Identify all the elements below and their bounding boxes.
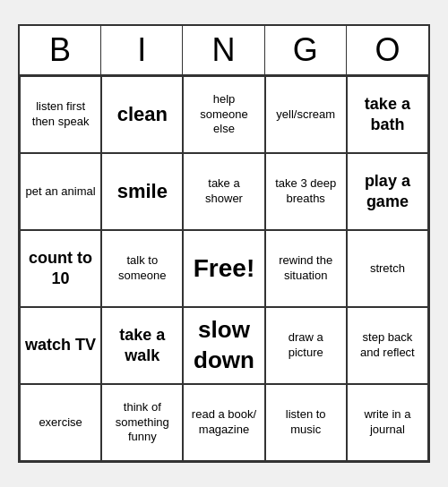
bingo-cell: rewind the situation [265,230,347,307]
bingo-cell: watch TV [20,307,101,384]
bingo-cell: play a game [347,153,428,230]
header-letter: O [347,26,428,74]
bingo-cell: Free! [183,230,264,307]
bingo-cell: take a walk [101,307,183,384]
bingo-card: BINGO listen first then speakcleanhelp s… [18,24,430,463]
bingo-header: BINGO [20,26,428,76]
bingo-cell: draw a picture [265,307,347,384]
bingo-cell: clean [101,76,183,153]
bingo-cell: take a shower [183,153,264,230]
header-letter: B [20,26,101,74]
bingo-cell: read a book/ magazine [183,384,264,461]
bingo-cell: exercise [20,384,101,461]
bingo-cell: count to 10 [20,230,101,307]
bingo-cell: smile [101,153,183,230]
header-letter: N [183,26,264,74]
bingo-cell: listen to music [265,384,347,461]
bingo-cell: take 3 deep breaths [265,153,347,230]
bingo-cell: listen first then speak [20,76,101,153]
bingo-cell: talk to someone [101,230,183,307]
bingo-cell: stretch [347,230,428,307]
bingo-cell: help someone else [183,76,264,153]
bingo-cell: write in a journal [347,384,428,461]
bingo-cell: slow down [183,307,264,384]
header-letter: I [101,26,183,74]
bingo-cell: pet an animal [20,153,101,230]
bingo-grid: listen first then speakcleanhelp someone… [20,76,428,461]
header-letter: G [265,26,347,74]
bingo-cell: take a bath [347,76,428,153]
bingo-cell: yell/scream [265,76,347,153]
bingo-cell: step back and reflect [347,307,428,384]
bingo-cell: think of something funny [101,384,183,461]
